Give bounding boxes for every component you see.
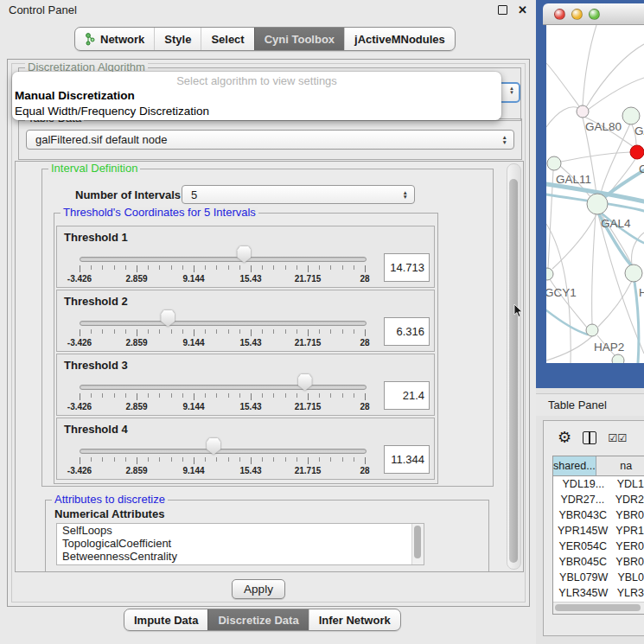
control-panel-titlebar: Control Panel ✕ <box>0 0 536 19</box>
network-window-titlebar[interactable] <box>543 3 644 25</box>
table-row[interactable]: YBR043CYBR0 <box>553 507 644 523</box>
tab-impute-data[interactable]: Impute Data <box>124 609 207 630</box>
tick-mark <box>114 457 115 462</box>
network-edge[interactable] <box>598 214 644 354</box>
slider-thumb[interactable] <box>298 374 312 391</box>
threshold-value-field[interactable]: 21.4 <box>384 381 430 410</box>
network-node[interactable] <box>577 105 589 118</box>
threshold-value-field[interactable]: 11.344 <box>384 445 430 474</box>
tick-mark <box>319 265 320 270</box>
network-canvas[interactable]: GAL80GACGAL11GAL4GCY1HHAP2 <box>546 25 644 363</box>
panel-vertical-scrollbar[interactable] <box>507 163 521 570</box>
network-edge[interactable] <box>552 214 596 269</box>
tick-mark <box>171 457 172 462</box>
slider-track[interactable] <box>80 385 367 390</box>
tab-cyni-toolbox[interactable]: Cyni Toolbox <box>254 28 344 50</box>
column-header[interactable]: na <box>596 456 644 475</box>
split-columns-icon[interactable] <box>583 431 596 444</box>
number-of-intervals-combo[interactable]: 5 ▲▼ <box>182 185 415 204</box>
table-row[interactable]: YDR27...YDR2 <box>553 492 644 507</box>
slider-thumb[interactable] <box>237 246 251 263</box>
close-icon[interactable]: ✕ <box>518 4 527 16</box>
table-panel: ⚙ ☑☑ shared...na YDL19...YDL1YDR27...YDR… <box>543 420 644 636</box>
table-cell: YLR345W <box>553 585 614 601</box>
tab-discretize-data[interactable]: Discretize Data <box>207 609 308 630</box>
tab-style[interactable]: Style <box>154 28 201 50</box>
tick-mark <box>330 457 331 462</box>
network-edge[interactable] <box>561 152 630 162</box>
network-node[interactable] <box>625 265 642 282</box>
tick-mark <box>296 329 297 334</box>
slider-track[interactable] <box>80 321 367 326</box>
tab-jactivemnodules[interactable]: jActiveMNodules <box>344 28 455 50</box>
threshold-value-field[interactable]: 14.713 <box>384 253 430 282</box>
tick-mark <box>262 265 263 270</box>
tab-network[interactable]: Network <box>75 28 154 50</box>
tick-mark <box>137 393 137 400</box>
network-node[interactable] <box>586 324 598 336</box>
network-edge[interactable] <box>592 214 596 324</box>
tick-mark <box>91 393 92 398</box>
network-node[interactable] <box>630 145 644 159</box>
table-row[interactable]: YBL079WYBL0 <box>553 570 644 585</box>
network-edge-highlighted[interactable] <box>546 310 588 335</box>
node-attribute-table: shared...na YDL19...YDL1YDR27...YDR2YBR0… <box>552 456 644 615</box>
attribute-list-item[interactable]: SelfLoops <box>57 524 424 537</box>
table-hscrollbar-thumb[interactable] <box>555 604 641 611</box>
network-node[interactable] <box>587 194 608 214</box>
network-node[interactable] <box>622 107 640 124</box>
apply-button[interactable]: Apply <box>232 579 285 599</box>
slider-track[interactable] <box>80 257 367 262</box>
tick-mark <box>80 265 80 272</box>
algorithm-popup-hint: Select algorithm to view settings <box>12 72 501 89</box>
attributes-scrollbar[interactable] <box>411 524 424 564</box>
table-row[interactable]: YPR145WYPR1 <box>553 523 644 539</box>
network-edge[interactable] <box>588 78 644 110</box>
tick-mark <box>273 393 274 398</box>
tick-mark <box>137 457 137 464</box>
table-header: shared...na <box>553 456 644 476</box>
network-edge[interactable] <box>546 336 592 360</box>
float-window-icon[interactable] <box>498 5 507 15</box>
tick-mark <box>148 329 149 334</box>
tab-select[interactable]: Select <box>201 28 253 50</box>
network-node[interactable] <box>546 268 553 280</box>
slider-thumb[interactable] <box>207 438 220 455</box>
network-edge[interactable] <box>546 63 579 106</box>
table-row[interactable]: YLR345WYLR3 <box>553 585 644 601</box>
tab-infer-network[interactable]: Infer Network <box>309 609 400 630</box>
algorithm-option[interactable]: Equal Width/Frequency Discretization <box>12 105 501 120</box>
algorithm-option[interactable]: Manual Discretization <box>12 89 501 105</box>
tick-label: 15.43 <box>233 338 269 348</box>
tick-mark <box>319 457 320 462</box>
network-edge[interactable] <box>598 281 632 327</box>
tick-mark <box>91 329 92 334</box>
tick-mark <box>125 457 126 462</box>
network-node[interactable] <box>612 354 624 363</box>
threshold-panel: Threshold 1-3.4262.8599.14415.4321.71528… <box>56 226 435 288</box>
panel-scrollbar-thumb[interactable] <box>509 179 518 563</box>
table-cell: YBL079W <box>553 570 614 585</box>
slider-track[interactable] <box>80 449 367 454</box>
network-node[interactable] <box>547 156 561 170</box>
network-edge[interactable] <box>586 44 644 107</box>
table-row[interactable]: YDL19...YDL1 <box>553 476 644 492</box>
close-traffic-light[interactable] <box>554 9 565 20</box>
thresholds-group: Threshold's Coordinates for 5 Intervals … <box>54 213 438 484</box>
slider-thumb[interactable] <box>161 310 175 327</box>
table-data-combo[interactable]: galFiltered.sif default node ▲▼ <box>26 130 514 150</box>
gear-icon[interactable]: ⚙ <box>558 430 571 445</box>
attribute-list-item[interactable]: BetweennessCentrality <box>57 550 424 563</box>
network-edge[interactable] <box>546 107 578 127</box>
column-header[interactable]: shared... <box>553 456 596 475</box>
table-row[interactable]: YBR045CYBR0 <box>553 554 644 570</box>
table-row[interactable]: YER054CYER0 <box>553 539 644 554</box>
table-horizontal-scrollbar[interactable] <box>553 602 644 614</box>
threshold-value-field[interactable]: 6.316 <box>384 317 430 346</box>
minimize-traffic-light[interactable] <box>571 9 583 20</box>
select-columns-icon[interactable]: ☑☑ <box>608 431 627 444</box>
attribute-list-item[interactable]: TopologicalCoefficient <box>57 537 424 550</box>
table-cell: YDR2 <box>612 492 644 507</box>
attributes-scrollbar-thumb[interactable] <box>414 526 421 558</box>
zoom-traffic-light[interactable] <box>589 9 600 20</box>
